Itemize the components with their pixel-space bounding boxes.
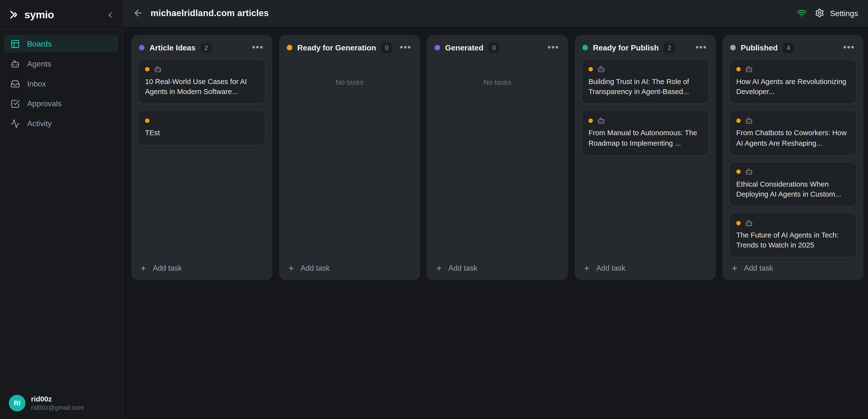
board-column: Article Ideas 2 ••• 10 Real-World Use Ca… [131, 35, 273, 280]
task-card[interactable]: 10 Real-World Use Cases for AI Agents in… [138, 59, 266, 104]
task-card[interactable]: How AI Agents are Revolutionizing Develo… [729, 59, 857, 104]
user-avatar: RI [9, 395, 25, 412]
chevron-left-icon [106, 10, 115, 19]
column-header: Article Ideas 2 ••• [138, 41, 266, 59]
column-header: Ready for Publish 2 ••• [581, 41, 709, 59]
column-cards: No tasks [286, 59, 413, 259]
card-status-dot [736, 221, 741, 225]
card-status-dot [588, 118, 593, 123]
agent-bot-icon [745, 219, 753, 227]
no-tasks-label: No tasks [286, 59, 413, 86]
column-menu-button[interactable]: ••• [694, 45, 708, 51]
sidebar-nav: Boards Agents Inbox Approvals Activity [0, 30, 122, 138]
add-task-label: Add task [301, 264, 330, 272]
add-task-label: Add task [596, 264, 625, 272]
column-title: Ready for Publish [593, 43, 659, 52]
column-header: Generated 0 ••• [434, 41, 561, 59]
sidebar-item-activity[interactable]: Activity [4, 115, 119, 132]
arrow-left-icon [133, 8, 144, 18]
task-card[interactable]: Building Trust in AI: The Role of Transp… [581, 59, 709, 104]
board-column: Ready for Generation 0 ••• No tasks + Ad… [279, 35, 421, 280]
boards-icon [10, 39, 20, 49]
column-status-dot [582, 45, 588, 51]
back-button[interactable] [133, 8, 144, 18]
task-card[interactable]: TEst [138, 110, 266, 145]
column-status-dot [730, 45, 736, 51]
check-square-icon [10, 99, 20, 109]
card-meta [588, 65, 702, 73]
app-window: symio Boards Agents Inbox Approvals [0, 0, 868, 419]
agent-bot-icon [597, 65, 605, 73]
card-title: How AI Agents are Revolutionizing Develo… [736, 77, 850, 97]
agent-bot-icon [745, 117, 753, 124]
top-bar: michaelridland.com articles Settings [123, 0, 868, 27]
card-meta [588, 116, 702, 125]
column-menu-button[interactable]: ••• [399, 45, 412, 51]
card-meta [736, 219, 850, 227]
plus-icon: + [436, 265, 442, 272]
column-menu-button[interactable]: ••• [547, 45, 560, 51]
settings-label: Settings [830, 8, 858, 17]
card-status-dot [145, 67, 150, 71]
gear-icon [815, 8, 825, 18]
column-menu-button[interactable]: ••• [251, 45, 265, 51]
main-area: michaelridland.com articles Settings Art… [123, 0, 868, 419]
user-name: rid00z [31, 395, 84, 403]
add-task-button[interactable]: + Add task [434, 259, 561, 273]
add-task-button[interactable]: + Add task [729, 259, 857, 273]
agent-bot-icon [154, 65, 162, 73]
card-meta [145, 116, 259, 125]
sidebar-item-agents[interactable]: Agents [4, 55, 119, 72]
board-column: Published 4 ••• How AI Agents are Revolu… [722, 35, 864, 280]
card-title: From Manual to Autonomous: The Roadmap t… [588, 128, 702, 148]
logo-text: symio [24, 8, 54, 21]
card-status-dot [145, 118, 150, 123]
task-card[interactable]: From Manual to Autonomous: The Roadmap t… [581, 110, 709, 155]
board: Article Ideas 2 ••• 10 Real-World Use Ca… [123, 27, 868, 419]
column-status-dot [287, 45, 292, 51]
column-cards: How AI Agents are Revolutionizing Develo… [729, 59, 857, 259]
card-status-dot [736, 170, 741, 174]
user-email: rid00z@gmail.com [31, 403, 84, 412]
task-card[interactable]: The Future of AI Agents in Tech: Trends … [729, 213, 857, 258]
top-bar-actions: Settings [797, 8, 858, 18]
collapse-sidebar-button[interactable] [106, 10, 115, 19]
plus-icon: + [288, 265, 294, 272]
column-count-badge: 2 [664, 42, 675, 53]
board-column: Generated 0 ••• No tasks + Add task [427, 35, 568, 280]
sidebar-item-label: Inbox [27, 79, 46, 88]
add-task-button[interactable]: + Add task [286, 259, 413, 273]
board-column: Ready for Publish 2 ••• Building Trust i… [575, 35, 716, 280]
add-task-button[interactable]: + Add task [581, 259, 709, 273]
card-meta [736, 168, 850, 176]
card-title: TEst [145, 128, 259, 138]
add-task-label: Add task [153, 264, 182, 272]
task-card[interactable]: From Chatbots to Coworkers: How AI Agent… [729, 110, 857, 155]
settings-button[interactable]: Settings [815, 8, 858, 18]
sidebar-item-approvals[interactable]: Approvals [4, 95, 119, 113]
column-status-dot [139, 45, 145, 51]
sidebar-item-boards[interactable]: Boards [4, 35, 119, 53]
sidebar-item-inbox[interactable]: Inbox [4, 75, 119, 93]
column-header: Published 4 ••• [729, 41, 857, 59]
card-title: From Chatbots to Coworkers: How AI Agent… [736, 128, 850, 148]
card-title: Ethical Considerations When Deploying AI… [736, 179, 850, 200]
app-logo: symio [9, 8, 54, 21]
sidebar-item-label: Activity [27, 119, 52, 128]
agent-bot-icon [597, 117, 605, 124]
sidebar: symio Boards Agents Inbox Approvals [0, 0, 123, 419]
plus-icon: + [584, 265, 590, 272]
task-card[interactable]: Ethical Considerations When Deploying AI… [729, 161, 857, 207]
no-tasks-label: No tasks [434, 59, 561, 86]
card-status-dot [588, 67, 593, 71]
card-title: Building Trust in AI: The Role of Transp… [588, 77, 702, 97]
column-count-badge: 0 [488, 42, 499, 53]
user-profile[interactable]: RI rid00z rid00z@gmail.com [0, 387, 122, 419]
inbox-icon [10, 79, 20, 88]
add-task-label: Add task [448, 264, 477, 272]
column-menu-button[interactable]: ••• [842, 45, 856, 51]
card-title: 10 Real-World Use Cases for AI Agents in… [145, 77, 259, 97]
column-cards: No tasks [434, 59, 561, 259]
add-task-button[interactable]: + Add task [138, 259, 266, 273]
card-status-dot [736, 118, 741, 123]
